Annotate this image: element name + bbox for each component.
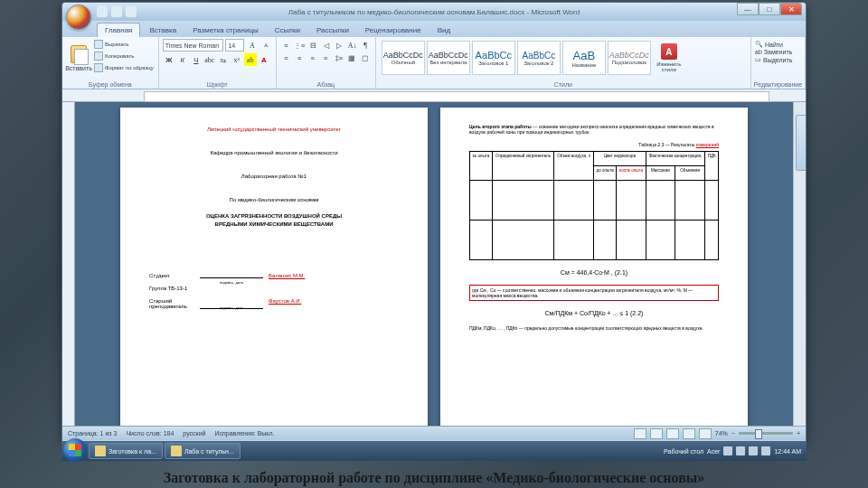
bold-button[interactable]: Ж — [163, 53, 175, 66]
group-font: Times New Roman 14 A A Ж К Ч abc x₂ x² a… — [159, 37, 277, 89]
tab-insert[interactable]: Вставка — [142, 23, 184, 37]
style-title[interactable]: АаBНазвание — [562, 41, 606, 75]
cut-button[interactable]: Вырезать — [93, 39, 155, 50]
close-button[interactable]: ✕ — [780, 3, 802, 15]
italic-button[interactable]: К — [176, 53, 189, 66]
doc-university: Липецкий государственный технический уни… — [149, 127, 399, 132]
document-area[interactable]: Липецкий государственный технический уни… — [62, 102, 806, 426]
status-track[interactable]: Исправления: Выкл. — [214, 430, 274, 436]
change-styles-button[interactable]: Изменить стили — [653, 41, 685, 75]
tab-view[interactable]: Вид — [430, 23, 458, 37]
scrollbar-vertical[interactable] — [793, 102, 806, 426]
minimize-button[interactable]: — — [737, 3, 759, 15]
window-title: Лаба с титульником по медико-биологическ… — [288, 8, 580, 16]
view-outline[interactable] — [683, 428, 695, 439]
highlight-button[interactable]: ab — [244, 53, 257, 66]
word-window: Лаба с титульником по медико-биологическ… — [61, 2, 807, 443]
font-size-select[interactable]: 14 — [225, 39, 244, 52]
find-button[interactable]: 🔍Найти — [755, 41, 801, 48]
group-label: Стили — [376, 81, 750, 88]
brush-icon — [94, 63, 103, 72]
underline-button[interactable]: Ч — [190, 53, 203, 66]
ruler-vertical[interactable] — [62, 102, 75, 426]
style-normal[interactable]: АаBbCcDcОбычный — [382, 41, 425, 75]
bullets-button[interactable]: ≡ — [280, 39, 293, 52]
status-page[interactable]: Страница: 1 из 3 — [68, 430, 117, 436]
tab-review[interactable]: Рецензирование — [358, 23, 429, 37]
replace-button[interactable]: abЗаменить — [755, 49, 801, 55]
paste-button[interactable]: Вставить — [66, 39, 91, 77]
font-name-select[interactable]: Times New Roman — [163, 39, 224, 52]
tray-icon[interactable] — [723, 446, 732, 455]
ruler-horizontal[interactable] — [62, 89, 806, 102]
find-icon: 🔍 — [755, 41, 763, 48]
taskbar-item-2[interactable]: Лаба с титульн... — [165, 443, 241, 459]
doc-student-row: Студент Балашис М.М. — [149, 273, 399, 278]
zoom-out-button[interactable]: − — [731, 430, 735, 436]
doc-labno: Лабораторная работа №1 — [149, 174, 399, 179]
view-print-layout[interactable] — [634, 428, 646, 439]
copy-button[interactable]: Копировать — [93, 51, 155, 61]
qat-save[interactable] — [97, 6, 108, 17]
style-subtitle[interactable]: АаBbCcDcПодзаголовок — [608, 41, 651, 75]
align-left-button[interactable]: ≡ — [280, 52, 293, 64]
status-zoom[interactable]: 74% — [715, 430, 728, 436]
numbering-button[interactable]: ⋮≡ — [293, 39, 306, 52]
status-words[interactable]: Число слов: 184 — [126, 430, 174, 436]
align-center-button[interactable]: ≡ — [293, 52, 306, 64]
tab-home[interactable]: Главная — [97, 23, 140, 37]
format-painter-button[interactable]: Формат по образцу — [93, 62, 155, 73]
strike-button[interactable]: abc — [203, 53, 216, 66]
network-icon[interactable] — [749, 446, 758, 455]
office-button[interactable] — [66, 5, 91, 30]
grow-font-button[interactable]: A — [246, 39, 258, 52]
zoom-in-button[interactable]: + — [797, 430, 800, 436]
align-justify-button[interactable]: ≡ — [320, 52, 333, 64]
superscript-button[interactable]: x² — [231, 53, 243, 66]
doc-note-1: где Cм , Cо — соответственно, массовая и… — [469, 285, 719, 301]
doc-formula-2: Cм/ПДКм + Cо/ПДКо + ... ≤ 1 (2.2) — [469, 310, 719, 316]
style-heading1[interactable]: АаBbCсЗаголовок 1 — [472, 41, 515, 75]
align-right-button[interactable]: ≡ — [307, 52, 319, 64]
line-spacing-button[interactable]: ‡≡ — [333, 52, 345, 64]
select-button[interactable]: ▭Выделить — [755, 56, 801, 63]
group-clipboard: Вставить Вырезать Копировать Формат по о… — [62, 37, 159, 89]
style-nospace[interactable]: АаBbCcDcБез интервала — [427, 41, 470, 75]
maximize-button[interactable]: □ — [759, 3, 780, 15]
replace-icon: ab — [755, 49, 762, 55]
style-heading2[interactable]: АаBbCсЗаголовок 2 — [517, 41, 561, 75]
shrink-font-button[interactable]: A — [260, 39, 272, 52]
sort-button[interactable]: A↓ — [346, 39, 359, 52]
titlebar: Лаба с титульником по медико-биологическ… — [62, 3, 806, 21]
indent-dec-button[interactable]: ◁ — [320, 39, 333, 52]
status-language[interactable]: русский — [183, 430, 205, 436]
tab-mailings[interactable]: Рассылки — [309, 23, 356, 37]
qat-redo[interactable] — [126, 6, 137, 17]
show-desktop[interactable]: Рабочий стол — [664, 448, 703, 455]
clock[interactable]: 12:44 AM — [774, 448, 801, 455]
borders-button[interactable]: ▢ — [359, 52, 372, 64]
tray-icon[interactable] — [736, 446, 745, 455]
indent-inc-button[interactable]: ▷ — [333, 39, 345, 52]
subscript-button[interactable]: x₂ — [217, 53, 230, 66]
group-label: Шрифт — [159, 81, 276, 88]
volume-icon[interactable] — [761, 446, 770, 455]
page-2[interactable]: Цель второго этапа работы — Цель второго… — [440, 108, 748, 426]
tab-layout[interactable]: Разметка страницы — [185, 23, 266, 37]
qat-undo[interactable] — [111, 6, 122, 17]
system-tray: Рабочий стол Acer 12:44 AM — [664, 446, 805, 455]
view-draft[interactable] — [699, 428, 712, 439]
view-web[interactable] — [666, 428, 679, 439]
taskbar-item-1[interactable]: Заготовка к ла... — [89, 443, 163, 459]
zoom-slider[interactable] — [739, 432, 793, 435]
paste-label: Вставить — [65, 65, 92, 71]
tab-references[interactable]: Ссылки — [268, 23, 307, 37]
view-reading[interactable] — [650, 428, 663, 439]
page-1[interactable]: Липецкий государственный технический уни… — [120, 108, 428, 426]
font-color-button[interactable]: A — [258, 53, 270, 66]
start-button[interactable] — [63, 438, 87, 462]
powerpoint-icon — [95, 446, 106, 456]
multilevel-button[interactable]: ⊟ — [307, 39, 319, 52]
shading-button[interactable]: ▦ — [346, 52, 359, 64]
show-marks-button[interactable]: ¶ — [359, 39, 372, 52]
